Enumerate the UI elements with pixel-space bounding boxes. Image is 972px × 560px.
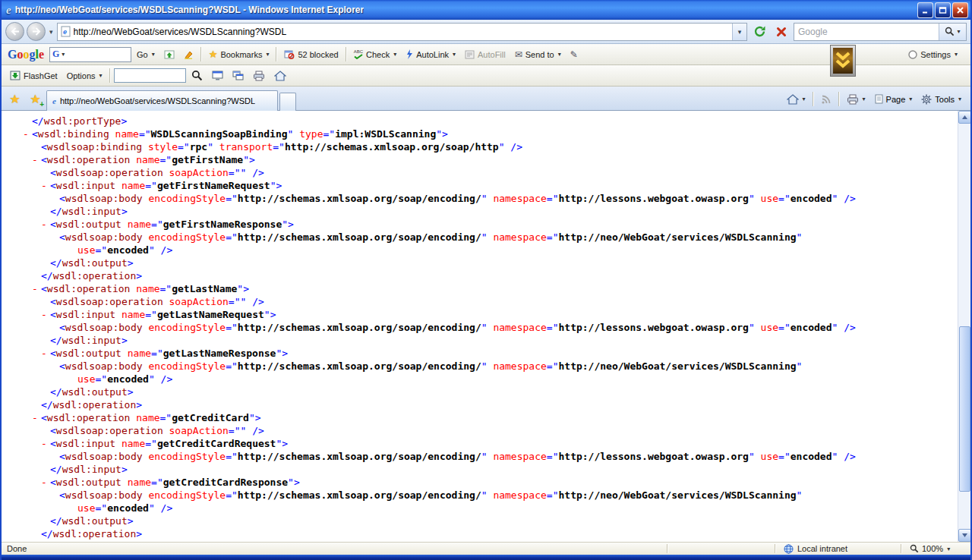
zoom-control[interactable]: 100% ▾ (904, 544, 970, 553)
tab-title: http://neo/WebGoat/services/WSDLScanning… (60, 96, 255, 105)
autofill-button: AutoFill (461, 49, 510, 61)
add-favorite-button[interactable]: ★+ (26, 90, 45, 109)
collapse-toggle[interactable]: - (41, 308, 47, 321)
xml-line: </wsdl:output> (2, 514, 958, 527)
print-button[interactable]: ▾ (843, 93, 869, 106)
google-logo-letter: e (39, 48, 44, 61)
flashget-browser-button[interactable] (208, 69, 227, 82)
tab-bar: ★ ★+ e http://neo/WebGoat/services/WSDLS… (2, 87, 970, 111)
google-go-button[interactable]: Go ▾ (133, 49, 159, 61)
xml-line: </wsdl:portType> (2, 115, 958, 127)
xml-line: -<wsdl:output name="getLastNameResponse"… (2, 347, 958, 360)
vertical-scrollbar[interactable] (958, 111, 970, 542)
xml-line: </wsdl:output> (2, 256, 958, 269)
collapse-toggle[interactable]: - (32, 282, 38, 295)
xml-line: <wsdlsoap:operation soapAction="" /> (2, 424, 958, 437)
chevron-down-icon: ▾ (863, 96, 866, 102)
flashget-windows-button[interactable] (229, 69, 248, 82)
flashget-home-button[interactable] (270, 69, 290, 83)
autolink-button[interactable]: AutoLink ▾ (402, 48, 459, 61)
collapse-toggle[interactable]: - (32, 411, 38, 424)
security-zone: Local intranet (778, 544, 899, 554)
home-button[interactable]: ▾ (783, 93, 809, 106)
zone-label: Local intranet (797, 544, 847, 553)
recent-pages-dropdown[interactable]: ▾ (48, 28, 55, 36)
page-icon: e (61, 26, 71, 37)
flashget-drop-zone[interactable] (830, 45, 856, 77)
toolbar-separator (200, 47, 202, 61)
send-to-button[interactable]: ✉ Send to ▾ (511, 48, 565, 61)
search-input[interactable] (794, 27, 939, 37)
xml-line: <wsdlsoap:body encodingStyle="http://sch… (2, 360, 958, 373)
xml-line: </wsdl:input> (2, 463, 958, 476)
maximize-button[interactable] (935, 2, 951, 18)
star-icon: ★ (9, 93, 20, 105)
xml-line: -<wsdl:output name="getFirstNameResponse… (2, 218, 958, 231)
autofill-label: AutoFill (478, 50, 506, 59)
popup-blocker-button[interactable]: 52 blocked (280, 48, 342, 61)
scroll-down-button[interactable] (958, 529, 970, 542)
address-url[interactable]: http://neo/WebGoat/services/WSDLScanning… (74, 27, 729, 37)
chevron-down-icon[interactable]: ▾ (62, 51, 65, 58)
stop-button[interactable] (772, 22, 791, 42)
tools-menu-button[interactable]: Tools ▾ (917, 93, 965, 106)
gear-icon (921, 94, 932, 105)
page-menu-button[interactable]: Page ▾ (871, 93, 917, 105)
flashget-menu-button[interactable]: FlashGet (6, 69, 62, 82)
collapse-toggle[interactable]: - (23, 127, 29, 140)
flashget-print-button[interactable] (249, 69, 269, 83)
pagerank-icon[interactable] (160, 49, 178, 61)
scroll-up-button[interactable] (958, 111, 970, 124)
minimize-button[interactable] (917, 2, 933, 18)
settings-button[interactable]: Settings ▾ (904, 49, 961, 61)
collapse-toggle[interactable]: - (41, 347, 47, 360)
search-button[interactable]: ▾ (939, 24, 966, 40)
refresh-button[interactable] (750, 22, 769, 42)
forward-arrow-icon (31, 27, 42, 36)
google-search-combo[interactable]: G ▾ (49, 47, 131, 62)
blocked-count-label: 52 blocked (298, 50, 338, 59)
ie-window: e http://neo/WebGoat/services/WSDLScanni… (0, 0, 972, 560)
check-label: Check (366, 50, 390, 59)
xml-line: -<wsdl:operation name="getFirstName"> (2, 153, 958, 166)
xml-line: -<wsdl:input name="getCreditCardRequest"… (2, 437, 958, 450)
scroll-thumb[interactable] (959, 326, 970, 492)
collapse-toggle[interactable]: - (41, 476, 47, 489)
flashget-search-input[interactable] (114, 68, 186, 83)
highlighter-icon[interactable] (180, 49, 197, 61)
back-button[interactable] (5, 22, 24, 41)
xml-line: </wsdl:operation> (2, 527, 958, 540)
collapse-toggle[interactable]: - (32, 153, 38, 166)
pen-button[interactable]: ✎ (566, 48, 582, 61)
collapse-toggle[interactable]: - (41, 437, 47, 450)
status-text: Done (7, 544, 665, 553)
favorites-button[interactable]: ★ (5, 90, 24, 109)
collapse-toggle[interactable]: - (41, 218, 47, 231)
address-bar[interactable]: e http://neo/WebGoat/services/WSDLScanni… (57, 23, 747, 41)
google-logo-letter: G (8, 48, 17, 61)
window-bottom-border (2, 555, 970, 560)
address-dropdown[interactable]: ▾ (732, 24, 746, 40)
title-bar: e http://neo/WebGoat/services/WSDLScanni… (2, 0, 970, 20)
close-button[interactable] (952, 2, 968, 18)
popup-blocked-icon (284, 49, 295, 59)
new-tab-stub[interactable] (279, 93, 296, 111)
browser-window-icon (212, 71, 223, 80)
home-icon (274, 71, 286, 81)
spellcheck-button[interactable]: ABC Check ▾ (350, 48, 401, 61)
flashget-search-button[interactable] (188, 68, 207, 83)
dual-window-icon (232, 71, 244, 80)
chevron-down-icon: ▾ (947, 546, 950, 552)
flashget-options-button[interactable]: Options ▾ (63, 70, 106, 82)
page-label: Page (886, 95, 906, 104)
collapse-toggle[interactable]: - (41, 179, 47, 192)
autolink-icon (406, 49, 413, 59)
status-panel (670, 543, 773, 555)
tab-active[interactable]: e http://neo/WebGoat/services/WSDLScanni… (46, 90, 278, 111)
xml-line: <wsdlsoap:body encodingStyle="http://sch… (2, 231, 958, 244)
forward-button[interactable] (27, 22, 46, 41)
chevron-down-icon: ▾ (558, 51, 561, 58)
home-icon (787, 94, 799, 105)
command-bar: ▾ ▾ Page ▾ Tools ▾ (783, 92, 967, 106)
bookmarks-button[interactable]: ★ Bookmarks ▾ (205, 48, 273, 61)
